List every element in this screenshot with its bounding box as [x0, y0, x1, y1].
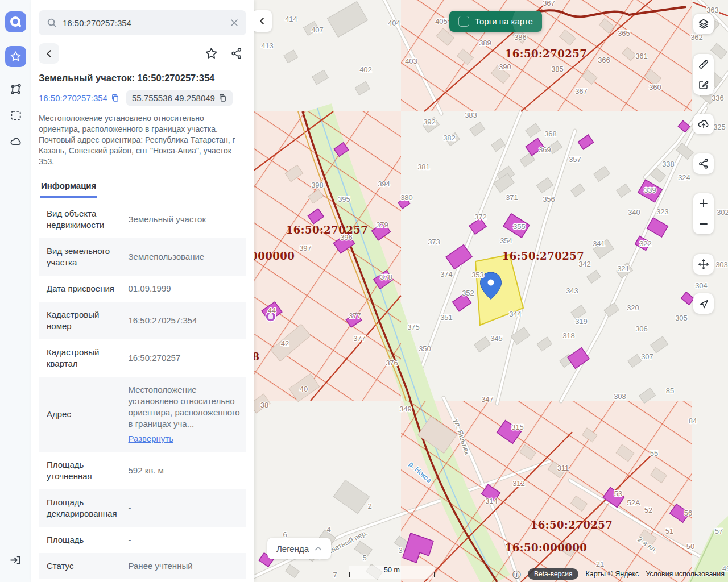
- table-row: Категория земельЗемли населенных пунктов: [39, 579, 246, 582]
- table-row: Дата присвоения01.09.1999: [39, 276, 246, 302]
- draw-tools-card: [693, 54, 714, 95]
- move-icon: [698, 259, 709, 270]
- table-row: Вид объекта недвижимостиЗемельный участо…: [39, 201, 246, 238]
- map-canvas[interactable]: 4144074134044024053893864033903853673673…: [254, 0, 728, 582]
- copy-icon[interactable]: [111, 94, 119, 102]
- coordinates-text: 55.755536 49.258049: [132, 93, 215, 103]
- star-icon: [10, 51, 22, 63]
- quarter-number-label: 16:50:000000: [254, 250, 295, 262]
- parcel-number-label: 398: [311, 181, 324, 189]
- parcel-number-label: 354: [500, 236, 512, 245]
- search-bar[interactable]: [39, 10, 246, 35]
- share-button[interactable]: [230, 47, 243, 60]
- parcel-number-label: 307: [641, 352, 653, 361]
- parcel-number-label: 2: [367, 502, 371, 510]
- search-input[interactable]: [63, 18, 225, 28]
- table-row: Площадь уточненная592 кв. м: [39, 452, 246, 489]
- info-icon[interactable]: ⓘ: [512, 570, 521, 579]
- sidebar-item-cloud[interactable]: [7, 133, 24, 150]
- parcel-number-label: 347: [481, 395, 494, 404]
- sidebar-item-measure[interactable]: [7, 81, 24, 98]
- ruler-icon: [698, 59, 709, 70]
- parcel-number-label: 338: [662, 160, 675, 168]
- parcel-number-label: 404: [388, 19, 400, 27]
- my-location-button[interactable]: [693, 293, 714, 314]
- zoom-out-button[interactable]: [693, 214, 714, 234]
- quarter-number-label: 16:50:270257: [286, 224, 369, 236]
- pan-mode-button[interactable]: [693, 254, 714, 275]
- expand-link[interactable]: Развернуть: [129, 433, 174, 444]
- app-logo[interactable]: [5, 11, 26, 32]
- copy-icon[interactable]: [218, 94, 227, 102]
- parcel-number-label: 319: [575, 317, 588, 326]
- share-icon: [698, 158, 709, 169]
- parcel-number-label: 389: [479, 39, 491, 47]
- panel-header: [39, 43, 246, 64]
- app-logo-icon: [9, 15, 23, 30]
- parcel-number-label: 343: [566, 286, 578, 295]
- legend-label: Легенда: [276, 544, 309, 554]
- object-description: Местоположение установлено относительно …: [39, 113, 246, 167]
- layers-button[interactable]: [693, 14, 714, 34]
- auctions-on-map-toggle[interactable]: Торги на карте: [449, 11, 542, 32]
- checkbox-icon[interactable]: [458, 16, 469, 27]
- map-attribution: ⓘ Beta-версия Карты © Яндекс Условия исп…: [512, 568, 725, 580]
- upload-button[interactable]: [693, 114, 714, 134]
- sidebar-item-select-area[interactable]: [7, 107, 24, 124]
- parcel-number-label: 21: [596, 560, 604, 568]
- scale-bar: 50 m: [349, 566, 435, 579]
- back-button[interactable]: [39, 43, 59, 64]
- parcel-number-label: 85: [666, 386, 674, 395]
- parcel-number-label: 390: [499, 63, 511, 71]
- parcel-number-label: 361: [635, 52, 648, 60]
- parcel-number-label: 395: [338, 195, 350, 203]
- attributes-table: Вид объекта недвижимостиЗемельный участо…: [39, 201, 246, 582]
- ruler-button[interactable]: [693, 54, 714, 74]
- minus-icon: [698, 219, 709, 229]
- copyright-text: Карты © Яндекс: [585, 570, 639, 578]
- sidebar-item-favorites[interactable]: [5, 46, 26, 67]
- parcel-number-label: 84: [689, 417, 697, 425]
- parcel-number-label: 336: [712, 94, 724, 102]
- parcel-number-label: 344: [509, 310, 522, 318]
- parcel-number-label: 57: [715, 527, 723, 535]
- clear-search-icon[interactable]: [230, 19, 238, 27]
- parcel-number-label: 314: [485, 497, 498, 505]
- cadastral-number-link[interactable]: 16:50:270257:354: [39, 93, 119, 103]
- parcel-number-label: 56: [684, 509, 692, 517]
- coordinates-chip[interactable]: 55.755536 49.258049: [126, 90, 233, 106]
- cloud-upload-icon: [697, 118, 710, 130]
- parcel-number-label: 414: [285, 15, 297, 23]
- table-row: Вид земельного участкаЗемлепользование: [39, 238, 246, 276]
- table-row-address: Адрес Местоположение установлено относит…: [39, 377, 246, 452]
- parcel-number-label: 3: [398, 546, 402, 555]
- cadastral-number-text: 16:50:270257:354: [39, 93, 107, 103]
- parcel-number-label: 382: [443, 134, 456, 142]
- parcel-number-label: 375: [407, 323, 420, 331]
- parcel-number-label: 351: [440, 313, 453, 322]
- parcel-number-label: 405: [435, 17, 448, 26]
- tab-information[interactable]: Информация: [40, 176, 97, 198]
- plus-icon: [698, 198, 709, 209]
- parcel-number-label: 372: [474, 213, 487, 221]
- collapse-panel-button[interactable]: [254, 10, 272, 32]
- edit-button[interactable]: [693, 74, 714, 95]
- parcel-number-label: 42: [281, 339, 289, 348]
- parcel-number-label: 403: [405, 57, 417, 65]
- parcel-number-label: 322: [639, 239, 652, 248]
- parcel-number-label: 357: [569, 155, 581, 164]
- legend-button[interactable]: Легенда: [267, 538, 331, 559]
- login-button[interactable]: [7, 551, 24, 568]
- parcel-number-label: 325: [713, 123, 726, 131]
- share-map-button[interactable]: [693, 153, 714, 174]
- parcel-number-label: 315: [511, 423, 524, 431]
- table-row: Кадастровый квартал16:50:270257: [39, 339, 246, 377]
- quarter-number-label: 16:50:270257: [505, 48, 588, 60]
- login-icon: [9, 554, 22, 567]
- parcel-number-label: 312: [512, 479, 525, 488]
- parcel-number-label: 349: [399, 405, 412, 413]
- zoom-in-button[interactable]: [693, 193, 714, 214]
- favorite-button[interactable]: [205, 47, 218, 60]
- terms-link[interactable]: Условия использования: [646, 570, 725, 578]
- parcel-number-label: 373: [428, 238, 440, 246]
